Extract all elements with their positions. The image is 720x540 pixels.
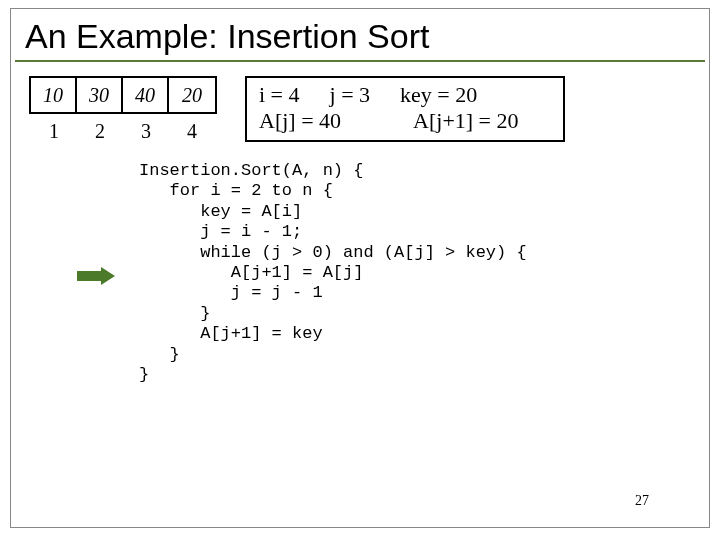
array-cells: 10 30 40 20 bbox=[29, 76, 217, 114]
array-index: 2 bbox=[77, 120, 123, 143]
state-box: i = 4 j = 3 key = 20 A[j] = 40 A[j+1] = … bbox=[245, 76, 565, 142]
state-aj: A[j] = 40 bbox=[259, 108, 341, 134]
state-key: key = 20 bbox=[400, 82, 477, 108]
state-line-2: A[j] = 40 A[j+1] = 20 bbox=[259, 108, 551, 134]
slide-content: 10 30 40 20 1 2 3 4 i = 4 j = 3 key = 20 bbox=[11, 62, 709, 385]
array-cell: 40 bbox=[123, 78, 169, 112]
array-indices: 1 2 3 4 bbox=[31, 120, 215, 143]
array-cell: 20 bbox=[169, 78, 215, 112]
arrow-icon bbox=[77, 267, 117, 285]
array-cell: 10 bbox=[31, 78, 77, 112]
state-i: i = 4 bbox=[259, 82, 300, 108]
state-j: j = 3 bbox=[330, 82, 371, 108]
top-row: 10 30 40 20 1 2 3 4 i = 4 j = 3 key = 20 bbox=[29, 76, 691, 143]
code-block: Insertion.Sort(A, n) { for i = 2 to n { … bbox=[139, 161, 691, 385]
array-index: 4 bbox=[169, 120, 215, 143]
array-cell: 30 bbox=[77, 78, 123, 112]
array-block: 10 30 40 20 1 2 3 4 bbox=[29, 76, 217, 143]
array-index: 3 bbox=[123, 120, 169, 143]
state-line-1: i = 4 j = 3 key = 20 bbox=[259, 82, 551, 108]
array-index: 1 bbox=[31, 120, 77, 143]
state-aj1: A[j+1] = 20 bbox=[413, 108, 518, 134]
slide-frame: An Example: Insertion Sort 10 30 40 20 1… bbox=[10, 8, 710, 528]
slide-title: An Example: Insertion Sort bbox=[11, 9, 709, 60]
page-number: 27 bbox=[635, 493, 649, 509]
